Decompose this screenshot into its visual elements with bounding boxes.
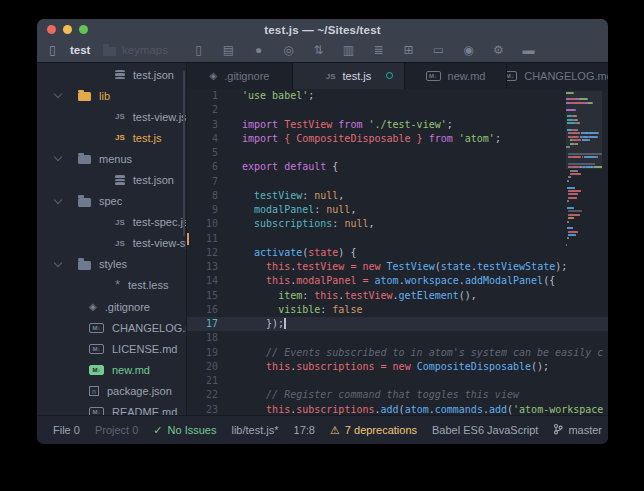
minimize-button[interactable] xyxy=(63,25,72,34)
tree-item-test-spec-js[interactable]: JStest-spec.js xyxy=(37,212,186,233)
close-button[interactable] xyxy=(47,25,56,34)
tree-item-new-md[interactable]: M↓new.md xyxy=(37,359,186,380)
code-text: testView: null, xyxy=(227,189,608,203)
status-label: master xyxy=(568,424,602,436)
code-text: import TestView from './test-view'; xyxy=(227,118,608,132)
circle-r-icon[interactable]: ◎ xyxy=(282,43,295,58)
github-icon[interactable]: ● xyxy=(252,43,265,58)
tab-new-md[interactable]: M↓new.md xyxy=(405,63,507,89)
tree-item-lib[interactable]: lib xyxy=(37,85,186,106)
eye-icon[interactable]: ◉ xyxy=(462,43,475,58)
ordered-list-icon[interactable]: ≣ xyxy=(372,43,385,58)
minimap[interactable] xyxy=(566,91,602,415)
code-text xyxy=(227,103,608,117)
status-label: 7 deprecations xyxy=(345,424,417,436)
minimap-line xyxy=(566,244,602,247)
tree-item-label: spec xyxy=(99,195,122,207)
tree-item-label: test.json xyxy=(133,69,174,81)
line-number: 12 xyxy=(187,246,227,260)
tree-item-license-md[interactable]: M↓LICENSE.md xyxy=(37,338,186,359)
line-number: 17 xyxy=(187,317,227,331)
tree-item-test-js[interactable]: JStest.js xyxy=(37,127,186,148)
code-line-6: 6export default { xyxy=(187,160,608,174)
tree-item-readme-md[interactable]: M↓README.md xyxy=(37,402,186,416)
code-text xyxy=(227,175,608,189)
tree-item-menus[interactable]: menus xyxy=(37,148,186,169)
status-label: File 0 xyxy=(53,424,80,436)
chevron-down-icon xyxy=(54,195,62,203)
git-icon: ◈ xyxy=(210,71,218,81)
git-icon: ◈ xyxy=(89,302,97,312)
zoom-button[interactable] xyxy=(79,25,88,34)
code-text: visible: false xyxy=(227,303,608,317)
git-modified-marker xyxy=(187,233,189,245)
tree-item-label: styles xyxy=(99,258,127,270)
tree-item-label: test-spec.js xyxy=(133,216,187,228)
code-editor[interactable]: 1'use babel';23import TestView from './t… xyxy=(187,89,608,415)
line-number: 19 xyxy=(187,346,227,360)
linter-project-count[interactable]: Project 0 xyxy=(95,424,138,436)
deprecations[interactable]: ⚠7 deprecations xyxy=(330,424,417,436)
tab-test-js[interactable]: JStest.js xyxy=(293,63,405,89)
file-path: lib/test.js* xyxy=(231,424,278,436)
open-book-icon[interactable]: ▥ xyxy=(342,43,355,58)
tree-item-package-json[interactable]: npackage.json xyxy=(37,380,186,401)
code-line-9: 9 modalPanel: null, xyxy=(187,203,608,217)
line-number: 1 xyxy=(187,89,227,103)
markdown-icon: M↓ xyxy=(507,71,517,81)
device-icon[interactable]: ▯ xyxy=(192,43,205,58)
code-text: export default { xyxy=(227,160,608,174)
folder-open-icon[interactable]: ▤ xyxy=(222,43,235,58)
tree-item-changelog-md[interactable]: M↓CHANGELOG.md xyxy=(37,317,186,338)
text-cursor xyxy=(284,318,286,329)
line-number: 13 xyxy=(187,260,227,274)
tree-item-label: package.json xyxy=(107,385,172,397)
tab--gitignore[interactable]: ◈.gitignore xyxy=(187,63,293,89)
tab-changelog-md[interactable]: M↓CHANGELOG.md xyxy=(507,63,608,89)
tab-label: .gitignore xyxy=(224,70,269,82)
code-text: import { CompositeDisposable } from 'ato… xyxy=(227,132,608,146)
code-text: this.subscriptions = new CompositeDispos… xyxy=(227,360,608,374)
grammar-selector[interactable]: Babel ES6 JavaScript xyxy=(432,424,538,436)
code-line-20: 20 this.subscriptions = new CompositeDis… xyxy=(187,360,608,374)
warning-icon: ⚠ xyxy=(330,425,340,436)
tree-item-test-less[interactable]: *test.less xyxy=(37,275,186,296)
tree-item-spec[interactable]: spec xyxy=(37,191,186,212)
swap-arrows-icon[interactable]: ⇅ xyxy=(312,43,325,58)
linter-status[interactable]: ✓No Issues xyxy=(153,424,216,436)
dash-icon[interactable]: ▬ xyxy=(522,43,535,58)
file-plus-icon[interactable]: ⊞ xyxy=(402,43,415,58)
line-number: 10 xyxy=(187,217,227,231)
line-number: 2 xyxy=(187,103,227,117)
titlebar[interactable]: test.js — ~/Sites/test xyxy=(37,19,608,40)
tree-scrollbar[interactable] xyxy=(183,71,185,236)
book-icon: ▯ xyxy=(49,43,56,57)
code-line-17: 17 }); xyxy=(187,317,608,331)
linter-file-count[interactable]: File 0 xyxy=(53,424,80,436)
tree-item-test-json[interactable]: test.json xyxy=(37,169,186,190)
markdown-icon: M↓ xyxy=(89,323,104,333)
code-text: subscriptions: null, xyxy=(227,217,608,231)
tree-item--gitignore[interactable]: ◈.gitignore xyxy=(37,296,186,317)
cursor-position[interactable]: 17:8 xyxy=(294,424,315,436)
code-text: // Register command that toggles this vi… xyxy=(227,388,608,402)
code-line-8: 8 testView: null, xyxy=(187,189,608,203)
tools-icon[interactable]: ⚙ xyxy=(492,43,505,58)
tab-label: new.md xyxy=(448,70,486,82)
code-line-23: 23 this.subscriptions.add(atom.commands.… xyxy=(187,403,608,416)
tree-item-label: test.js xyxy=(133,132,162,144)
folder-icon xyxy=(78,198,91,207)
modified-indicator-icon xyxy=(386,72,393,79)
code-line-12: 12 activate(state) { xyxy=(187,246,608,260)
tree-item-styles[interactable]: styles xyxy=(37,254,186,275)
code-text xyxy=(227,232,608,246)
tree-item-label: CHANGELOG.md xyxy=(112,322,187,334)
tree-item-test-view-spec-js[interactable]: JStest-view-spec.js xyxy=(37,233,186,254)
tree-item-test-json[interactable]: test.json xyxy=(37,64,186,85)
code-line-2: 2 xyxy=(187,103,608,117)
app-window: test.js — ~/Sites/test ▯ test keymaps ▯▤… xyxy=(37,19,608,444)
markdown-preview-icon[interactable]: ▭ xyxy=(432,43,445,58)
tree-item-test-view-js[interactable]: JStest-view.js xyxy=(37,106,186,127)
git-branch[interactable]: master xyxy=(553,423,602,437)
code-line-4: 4import { CompositeDisposable } from 'at… xyxy=(187,132,608,146)
